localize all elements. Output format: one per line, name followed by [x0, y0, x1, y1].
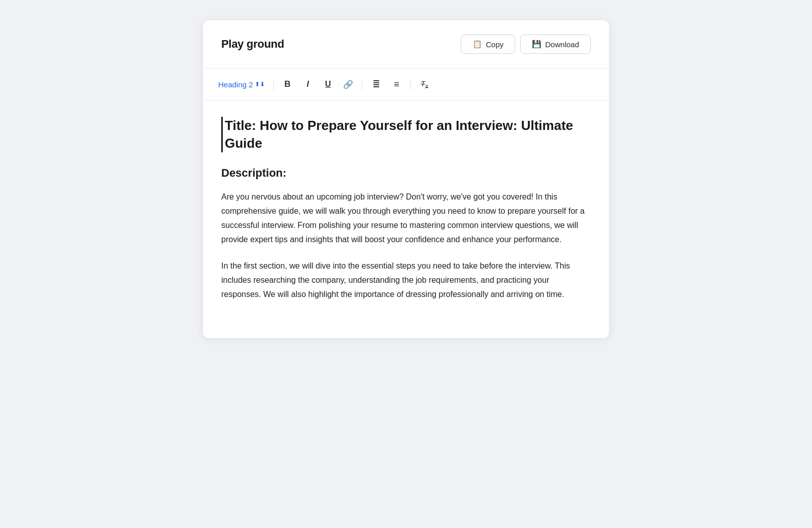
ordered-list-button[interactable]: ≣ — [367, 76, 385, 93]
editor-toolbar: Heading 2 ⬆⬇ B I U 🔗 ≣ ≡ Tx — [203, 69, 609, 101]
unordered-list-button[interactable]: ≡ — [388, 76, 405, 93]
ordered-list-icon: ≣ — [373, 79, 380, 90]
toolbar-divider-2 — [362, 79, 362, 90]
paragraph-1[interactable]: Are you nervous about an upcoming job in… — [221, 190, 591, 247]
bold-button[interactable]: B — [279, 76, 296, 93]
toolbar-divider-3 — [410, 79, 411, 90]
paragraph-2[interactable]: In the first section, we will dive into … — [221, 259, 591, 302]
chevron-down-icon: ⬆⬇ — [255, 81, 265, 88]
page-title: Play ground — [221, 38, 284, 51]
clear-format-icon: Tx — [421, 79, 428, 90]
download-label: Download — [545, 40, 579, 49]
italic-button[interactable]: I — [299, 76, 316, 93]
header: Play ground 📋 Copy 💾 Download — [203, 20, 609, 69]
unordered-list-icon: ≡ — [394, 79, 399, 90]
download-button[interactable]: 💾 Download — [520, 35, 591, 54]
clear-format-button[interactable]: Tx — [416, 76, 433, 93]
link-icon: 🔗 — [343, 80, 353, 89]
header-actions: 📋 Copy 💾 Download — [461, 35, 591, 54]
copy-button[interactable]: 📋 Copy — [461, 35, 515, 54]
section-heading: Description: — [221, 167, 591, 180]
copy-icon: 📋 — [472, 40, 482, 49]
editor-content: Title: How to Prepare Yourself for an In… — [203, 101, 609, 338]
bold-icon: B — [284, 79, 290, 89]
heading-select[interactable]: Heading 2 ⬆⬇ — [215, 78, 268, 91]
heading-select-label: Heading 2 — [218, 80, 253, 89]
underline-button[interactable]: U — [319, 76, 336, 93]
underline-icon: U — [325, 80, 331, 89]
link-button[interactable]: 🔗 — [340, 76, 357, 93]
playground-container: Play ground 📋 Copy 💾 Download Heading 2 … — [203, 20, 609, 338]
italic-icon: I — [307, 80, 309, 89]
document-title[interactable]: Title: How to Prepare Yourself for an In… — [221, 117, 591, 152]
copy-label: Copy — [486, 40, 503, 49]
toolbar-divider-1 — [273, 79, 274, 90]
download-icon: 💾 — [532, 40, 542, 49]
